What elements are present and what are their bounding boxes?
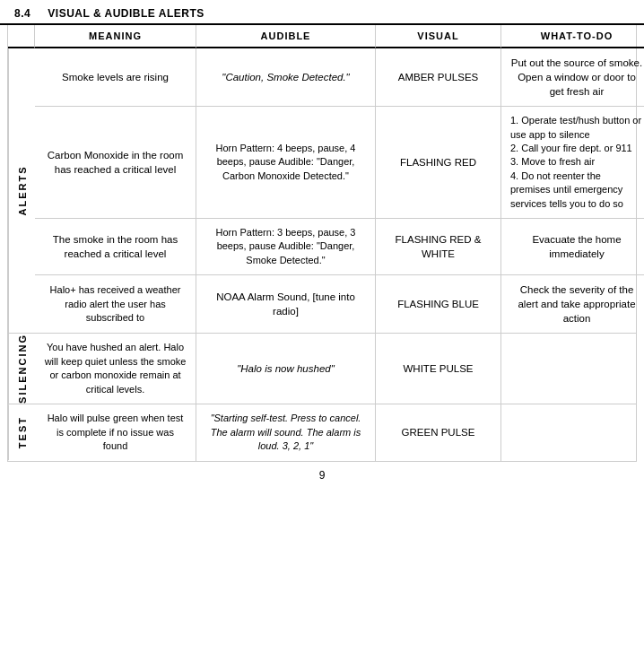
table-row: Halo will pulse green when test is compl…	[35, 404, 644, 460]
col-header-meaning: MEANING	[35, 25, 196, 48]
page-title: VISUAL & AUDIBLE ALERTS	[48, 7, 204, 20]
column-headers: MEANING AUDIBLE VISUAL WHAT-TO-DO	[7, 25, 637, 48]
page-number: 9	[319, 469, 326, 482]
whattodo-cell: Evacuate the home immediately	[501, 219, 644, 274]
section-label-silencing: SILENCING	[8, 334, 35, 404]
audible-cell: "Caution, Smoke Detected."	[196, 48, 376, 106]
meaning-cell: Carbon Monoxide in the room has reached …	[35, 107, 196, 218]
section-number: 8.4	[14, 7, 30, 20]
visual-cell: WHITE PULSE	[376, 334, 501, 404]
visual-cell: AMBER PULSES	[376, 48, 501, 106]
audible-cell: Horn Pattern: 4 beeps, pause, 4 beeps, p…	[196, 107, 376, 218]
whattodo-cell	[501, 334, 644, 404]
meaning-cell: Halo+ has received a weather radio alert…	[35, 275, 196, 333]
table-row: Halo+ has received a weather radio alert…	[35, 275, 644, 333]
main-table: MEANING AUDIBLE VISUAL WHAT-TO-DO ALERTS…	[0, 25, 644, 462]
table-row: Smoke levels are rising "Caution, Smoke …	[35, 48, 644, 107]
col-header-empty	[8, 25, 35, 48]
visual-cell: GREEN PULSE	[376, 404, 501, 460]
table-row: You have hushed an alert. Halo will keep…	[35, 334, 644, 404]
visual-cell: FLASHING RED	[376, 107, 501, 218]
meaning-cell: Smoke levels are rising	[35, 48, 196, 106]
page-header: 8.4 VISUAL & AUDIBLE ALERTS	[0, 0, 644, 25]
meaning-cell: Halo will pulse green when test is compl…	[35, 404, 196, 460]
meaning-cell: You have hushed an alert. Halo will keep…	[35, 334, 196, 404]
whattodo-cell: Check the severity of the alert and take…	[501, 275, 644, 333]
audible-cell: Horn Pattern: 3 beeps, pause, 3 beeps, p…	[196, 219, 376, 274]
section-label-alerts: ALERTS	[8, 48, 35, 333]
visual-cell: FLASHING RED & WHITE	[376, 219, 501, 274]
table-row: Carbon Monoxide in the room has reached …	[35, 107, 644, 219]
section-alerts: ALERTS Smoke levels are rising "Caution,…	[7, 48, 637, 334]
test-rows: Halo will pulse green when test is compl…	[35, 404, 644, 460]
audible-cell: NOAA Alarm Sound, [tune into radio]	[196, 275, 376, 333]
meaning-cell: The smoke in the room has reached a crit…	[35, 219, 196, 274]
table-row: The smoke in the room has reached a crit…	[35, 219, 644, 275]
section-label-test: TEST	[8, 404, 35, 460]
page-footer: 9	[0, 462, 644, 489]
col-header-whattodo: WHAT-TO-DO	[501, 25, 644, 48]
col-header-audible: AUDIBLE	[196, 25, 376, 48]
section-silencing: SILENCING You have hushed an alert. Halo…	[7, 334, 637, 404]
col-header-visual: VISUAL	[376, 25, 501, 48]
audible-cell: "Halo is now hushed"	[196, 334, 376, 404]
whattodo-cell	[501, 404, 644, 460]
alerts-rows: Smoke levels are rising "Caution, Smoke …	[35, 48, 644, 333]
whattodo-cell: 1. Operate test/hush button or use app t…	[501, 107, 644, 218]
whattodo-cell: Put out the source of smoke. Open a wind…	[501, 48, 644, 106]
visual-cell: FLASHING BLUE	[376, 275, 501, 333]
section-test: TEST Halo will pulse green when test is …	[7, 404, 637, 461]
silencing-rows: You have hushed an alert. Halo will keep…	[35, 334, 644, 404]
audible-cell: "Starting self-test. Press to cancel. Th…	[196, 404, 376, 460]
